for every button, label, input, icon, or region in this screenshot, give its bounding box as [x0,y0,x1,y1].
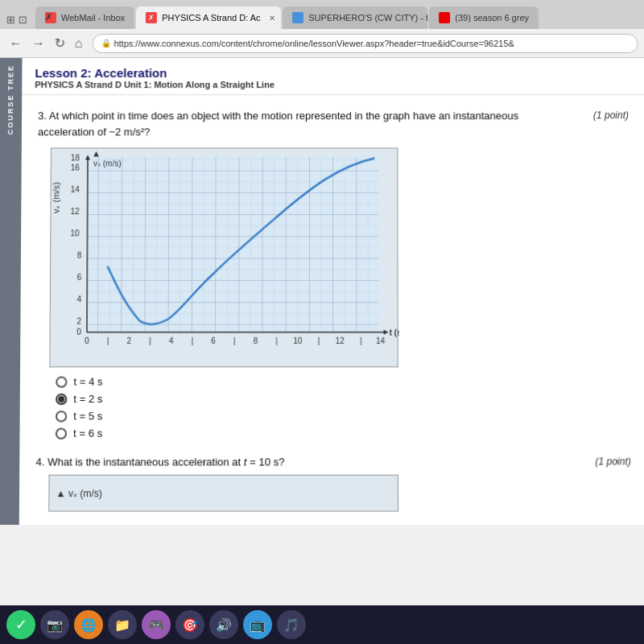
taskbar-camera-icon[interactable]: 📷 [40,610,69,639]
x-axis-title: t (s) [390,328,399,337]
tab-season-icon [439,12,450,23]
taskbar-video-icon[interactable]: 📺 [243,610,272,639]
back-button[interactable]: ← [6,35,26,52]
radio-t2[interactable] [56,393,67,404]
x-label-6: 6 [211,336,216,345]
lock-icon: 🔒 [101,39,110,47]
x-tick-9: | [275,336,278,345]
radio-t5[interactable] [56,411,67,422]
tab-physics-close[interactable]: ✕ [269,13,275,22]
option-t5[interactable]: t = 5 s [56,410,630,422]
question-4-text: 4. What is the instantaneous acceleratio… [35,456,630,468]
lesson-header: Lesson 2: Acceleration PHYSICS A Strand … [22,58,644,95]
question-3-body: 3. At which point in time does an object… [38,108,577,139]
x-label-2: 2 [126,336,131,345]
tab-physics-label: PHYSICS A Strand D: Ac [162,13,260,23]
tab-physics-icon: ✗ [146,12,157,23]
taskbar-audio-icon[interactable]: 🔊 [209,610,238,639]
side-panel-text: COURSE TREE [6,64,15,134]
question-4-points: (1 point) [595,456,631,468]
answer-options-q3: t = 4 s t = 2 s [56,375,631,439]
taskbar-folder-icon[interactable]: 📁 [108,610,137,639]
option-t5-label: t = 5 s [73,410,102,422]
tab-webmail-label: WebMail - Inbox [61,13,125,23]
y-axis-title-label: vₓ (m/s) [93,159,122,168]
option-t6[interactable]: t = 6 s [56,427,631,440]
tab-superhero-label: SUPERHERO'S (CW CITY) - f [308,13,427,23]
tab-bar: ⊞ ⊡ ✗ WebMail - Inbox ✗ PHYSICS A Strand… [0,0,644,29]
question-3-number: 3. [38,109,49,122]
option-t6-label: t = 6 s [73,427,102,440]
y-label-0: 0 [76,328,81,336]
url-bar[interactable]: 🔒 https://www.connexus.com/content/chrom… [92,34,638,53]
x-tick-3: | [149,336,151,345]
y-label-10: 10 [70,229,80,237]
tab-webmail[interactable]: ✗ WebMail - Inbox [35,6,134,29]
url-text: https://www.connexus.com/content/chrome/… [114,39,514,48]
browser-forward-pages-icon: ⊡ [19,14,27,26]
tab-season[interactable]: (39) season 6 grey [429,6,539,29]
taskbar-music-icon[interactable]: 🎵 [277,610,306,639]
y-axis-title: vₓ (m/s) [51,182,60,213]
question-3-content: At which point in time does an object wi… [38,109,518,138]
y-label-2: 2 [76,316,81,325]
tab-season-label: (39) season 6 grey [455,13,529,23]
y-axis-title-top: ▲ [92,148,101,158]
browser-back-pages-icon: ⊞ [6,14,15,26]
option-t2-label: t = 2 s [73,393,102,405]
tab-superhero-icon [292,12,303,23]
x-label-8: 8 [254,336,258,345]
main-content: Lesson 2: Acceleration PHYSICS A Strand … [19,58,644,525]
y-label-4: 4 [76,295,81,303]
page-content: COURSE TREE Lesson 2: Acceleration PHYSI… [0,58,644,525]
x-tick-1: | [107,336,109,345]
tab-physics[interactable]: ✗ PHYSICS A Strand D: Ac ✕ [136,6,281,29]
content-area: 3. At which point in time does an object… [19,95,644,525]
option-t4-label: t = 4 s [73,375,102,387]
home-button[interactable]: ⌂ [72,35,86,52]
taskbar: ✓ 📷 🌐 📁 🎮 🎯 🔊 📺 🎵 [0,605,644,644]
radio-t6[interactable] [56,427,67,439]
x-tick-5: | [191,336,193,345]
y-label-16: 16 [71,163,80,172]
taskbar-browser-icon[interactable]: 🌐 [74,610,103,639]
refresh-button[interactable]: ↻ [52,34,68,52]
graph-q3-svg: 0 2 4 6 8 10 12 14 16 18 [50,148,398,368]
x-tick-13: | [360,336,362,345]
y-label-8: 8 [77,250,82,259]
y-label-18: 18 [71,154,80,163]
tab-webmail-icon: ✗ [45,12,56,23]
graph-q3: 0 2 4 6 8 10 12 14 16 18 [49,147,398,367]
x-tick-7: | [233,336,236,345]
y-label-12: 12 [70,207,80,216]
forward-button[interactable]: → [29,35,48,52]
x-label-0: 0 [85,336,89,345]
x-label-10: 10 [293,336,303,345]
question-3-text: 3. At which point in time does an object… [38,108,629,139]
y-label-14: 14 [71,185,80,194]
radio-t2-fill [58,395,64,402]
x-tick-11: | [318,336,320,345]
graph-q4-partial: ▲ vₓ (m/s) [48,475,398,512]
option-t2[interactable]: t = 2 s [56,393,630,405]
graph-grid [87,157,379,332]
address-bar: ← → ↻ ⌂ 🔒 https://www.connexus.com/conte… [0,29,644,58]
taskbar-target-icon[interactable]: 🎯 [175,610,204,639]
x-label-12: 12 [336,336,345,345]
option-t4[interactable]: t = 4 s [56,375,630,387]
lesson-subtitle: PHYSICS A Strand D Unit 1: Motion Along … [35,80,631,89]
radio-t4[interactable] [56,376,67,387]
question-3: 3. At which point in time does an object… [36,108,631,440]
x-axis-arrow [384,330,389,335]
y-label-6: 6 [77,273,82,282]
graph-q4-axis-label: ▲ vₓ (m/s) [56,487,102,498]
lesson-title: Lesson 2: Acceleration [35,66,631,80]
taskbar-checkmark-icon[interactable]: ✓ [6,610,35,639]
taskbar-games-icon[interactable]: 🎮 [142,610,171,639]
question-4: 4. What is the instantaneous acceleratio… [35,456,631,511]
question-4-content: 4. What is the instantaneous acceleratio… [35,456,284,468]
question-3-points: (1 point) [593,108,629,122]
tab-superhero[interactable]: SUPERHERO'S (CW CITY) - f [283,6,427,29]
x-label-4: 4 [169,336,174,345]
x-label-14: 14 [376,336,386,345]
